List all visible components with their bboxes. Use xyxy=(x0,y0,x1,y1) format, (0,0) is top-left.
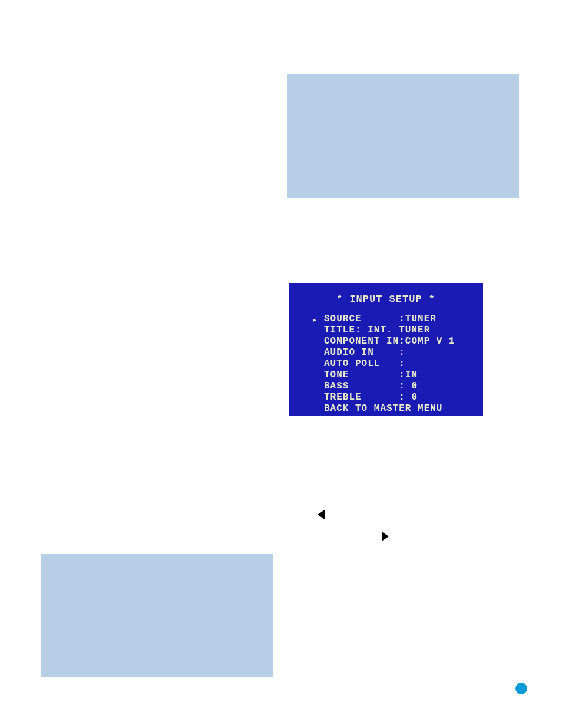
panel-bottom-left xyxy=(41,554,273,677)
panel-top-right xyxy=(287,74,519,198)
osd-screen: * INPUT SETUP * ▸ SOURCE :TUNER TITLE: I… xyxy=(289,283,483,416)
osd-cursor-icon: ▸ xyxy=(312,315,318,325)
arrow-left-icon xyxy=(318,510,325,519)
page-number-dot xyxy=(515,683,527,694)
osd-menu-lines: SOURCE :TUNER TITLE: INT. TUNER COMPONEN… xyxy=(324,314,455,414)
osd-title: * INPUT SETUP * xyxy=(289,294,483,305)
arrow-right-icon xyxy=(382,532,389,541)
